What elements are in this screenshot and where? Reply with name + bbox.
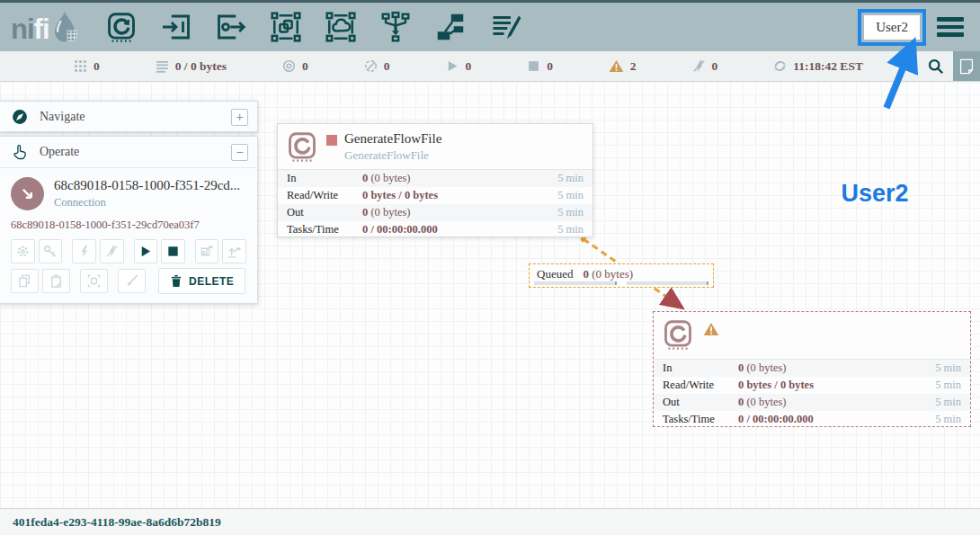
toolbar-right: User2 bbox=[858, 9, 971, 46]
enable-button[interactable] bbox=[72, 239, 96, 263]
document-icon bbox=[959, 58, 974, 75]
invalid-warning-icon bbox=[703, 322, 719, 336]
stat-last-refreshed[interactable]: 11:18:42 EST bbox=[773, 59, 863, 74]
stop-icon bbox=[166, 245, 180, 258]
process-group-id: 401feda4-e293-4118-99ae-8a6d6b72b819 bbox=[13, 515, 221, 530]
configure-button[interactable] bbox=[11, 239, 35, 263]
process-group-icon bbox=[270, 11, 302, 43]
output-port-component-button[interactable] bbox=[214, 10, 248, 44]
stat-row-tasks: Tasks/Time 0 / 00:00:00.000 5 min bbox=[654, 411, 970, 428]
stat-queued-data: 0 / 0 bytes bbox=[156, 59, 227, 74]
gear-icon bbox=[16, 245, 30, 258]
remote-process-group-icon bbox=[325, 11, 357, 43]
stopped-icon bbox=[527, 59, 540, 73]
processor-type-icon bbox=[286, 130, 318, 163]
hamburger-icon bbox=[937, 17, 964, 22]
processor-name: GenerateFlowFile bbox=[344, 131, 441, 147]
save-template-icon bbox=[200, 245, 214, 258]
key-icon bbox=[43, 245, 57, 258]
connection-queued-label[interactable]: Queued0 (0 bytes) bbox=[529, 263, 714, 288]
flow-status-stats: 0 0 / 0 bytes 0 0 bbox=[0, 51, 917, 81]
navigate-expand-button[interactable]: + bbox=[231, 109, 248, 126]
lightning-slash-icon bbox=[105, 245, 119, 258]
input-port-component-button[interactable] bbox=[159, 10, 193, 44]
selected-component-type: Connection bbox=[54, 196, 240, 210]
search-button[interactable] bbox=[917, 51, 953, 81]
operate-title: Operate bbox=[40, 145, 231, 159]
operate-body: 68c89018-0158-1000-f351-29cd... Connecti… bbox=[0, 167, 257, 303]
fill-color-button[interactable] bbox=[118, 269, 146, 293]
statusbar-actions bbox=[917, 51, 980, 81]
template-icon bbox=[434, 11, 467, 43]
processor-stats: In 0 (0 bytes) 5 min Read/Write 0 bytes … bbox=[654, 359, 970, 428]
start-button[interactable] bbox=[134, 239, 158, 263]
stat-transmitting: 0 bbox=[282, 59, 308, 74]
create-template-button[interactable] bbox=[195, 239, 219, 263]
navigate-panel: Navigate + bbox=[0, 101, 258, 132]
delete-label: DELETE bbox=[189, 275, 234, 288]
upload-template-icon bbox=[227, 245, 241, 258]
logo-text-ni: ni bbox=[11, 15, 34, 43]
group-icon bbox=[87, 274, 101, 288]
stop-button[interactable] bbox=[161, 239, 185, 263]
transmitting-icon bbox=[282, 59, 296, 73]
remote-process-group-component-button[interactable] bbox=[324, 10, 358, 44]
operate-header: Operate − bbox=[0, 137, 257, 167]
bulletin-board-tile[interactable] bbox=[953, 51, 980, 81]
stat-row-tasks: Tasks/Time 0 / 00:00:00.000 5 min bbox=[278, 221, 592, 238]
stat-row-readwrite: Read/Write 0 bytes / 0 bytes 5 min bbox=[278, 187, 592, 204]
nifi-app: nifi bbox=[0, 0, 980, 535]
operate-buttons-row2: DELETE bbox=[11, 268, 246, 294]
stat-invalid: 2 bbox=[609, 59, 637, 74]
copy-button[interactable] bbox=[11, 269, 39, 293]
paste-icon bbox=[49, 274, 63, 288]
trash-icon bbox=[170, 274, 183, 288]
hand-pointer-icon bbox=[11, 143, 29, 161]
disabled-icon bbox=[692, 59, 706, 73]
global-menu-button[interactable] bbox=[937, 17, 964, 37]
delete-button[interactable]: DELETE bbox=[158, 268, 245, 294]
processor-header bbox=[654, 312, 970, 359]
access-policies-button[interactable] bbox=[39, 239, 63, 263]
refresh-icon bbox=[773, 59, 787, 73]
annotation-highlight-box: User2 bbox=[858, 9, 926, 46]
stat-value: 0 bbox=[465, 59, 471, 74]
stat-row-out: Out 0 (0 bytes) 5 min bbox=[278, 204, 592, 221]
stat-value: 0 bbox=[94, 59, 100, 74]
selected-component-id: 68c89018-0158-1000-f351-29cd70ea03f7 bbox=[11, 218, 246, 232]
stat-running: 0 bbox=[445, 59, 471, 74]
brush-icon bbox=[125, 274, 138, 288]
flow-canvas[interactable]: Navigate + Operate − bbox=[0, 82, 980, 508]
search-icon bbox=[927, 58, 944, 75]
connection-type-icon bbox=[11, 177, 44, 210]
stat-value: 0 bbox=[547, 59, 553, 74]
disable-button[interactable] bbox=[100, 239, 124, 263]
selected-component-row: 68c89018-0158-1000-f351-29cd... Connecti… bbox=[11, 177, 246, 210]
stat-row-in: In 0 (0 bytes) 5 min bbox=[278, 170, 592, 187]
processor-type: GenerateFlowFile bbox=[344, 148, 429, 163]
status-bar: 0 0 / 0 bytes 0 0 bbox=[0, 51, 980, 82]
stat-active-threads: 0 bbox=[74, 59, 100, 74]
label-component-button[interactable] bbox=[488, 10, 522, 44]
stat-value: 0 bbox=[712, 59, 718, 74]
navigate-title: Navigate bbox=[40, 110, 231, 124]
stat-value: 0 bbox=[384, 59, 390, 74]
user-menu-button[interactable]: User2 bbox=[864, 15, 920, 40]
processor-unnamed-selected[interactable]: In 0 (0 bytes) 5 min Read/Write 0 bytes … bbox=[653, 311, 971, 427]
processor-stats: In 0 (0 bytes) 5 min Read/Write 0 bytes … bbox=[278, 169, 592, 238]
process-group-component-button[interactable] bbox=[269, 10, 303, 44]
upload-template-button[interactable] bbox=[222, 239, 246, 263]
paste-button[interactable] bbox=[42, 269, 70, 293]
operate-collapse-button[interactable]: − bbox=[231, 144, 248, 161]
nifi-droplet-icon bbox=[52, 11, 77, 43]
logo-text-fi: fi bbox=[34, 15, 49, 43]
breadcrumb-bar: 401feda4-e293-4118-99ae-8a6d6b72b819 bbox=[0, 508, 980, 535]
stat-value: 11:18:42 EST bbox=[793, 59, 863, 74]
operate-buttons-row1 bbox=[11, 239, 246, 263]
processor-generateflowfile[interactable]: GenerateFlowFile GenerateFlowFile In 0 (… bbox=[277, 123, 593, 237]
template-component-button[interactable] bbox=[433, 10, 468, 44]
processor-component-button[interactable] bbox=[104, 10, 138, 44]
funnel-component-button[interactable] bbox=[379, 10, 413, 44]
stat-not-transmitting: 0 bbox=[364, 59, 390, 74]
group-button[interactable] bbox=[80, 269, 108, 293]
